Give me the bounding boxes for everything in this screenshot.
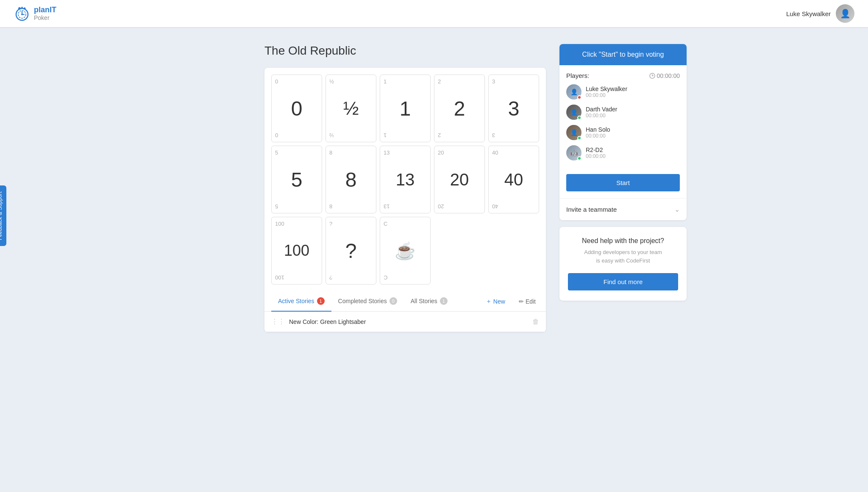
players-section: Players: 00:00:00 👤	[559, 65, 687, 172]
card-13[interactable]: 13 13 13	[380, 146, 431, 213]
player-avatar-han: 👤	[566, 125, 581, 140]
player-info-r2d2: R2-D2 00:00:00	[586, 146, 680, 159]
sidebar: Click "Start" to begin voting Players: 0…	[559, 44, 687, 332]
players-header: Players: 00:00:00	[566, 72, 680, 79]
active-stories-badge: 1	[317, 297, 325, 305]
cards-and-stories-panel: 0 0 0 ½ ½ ½ 1 1 1 2	[264, 68, 546, 332]
user-info: Luke Skywalker 👤	[786, 4, 854, 23]
card-5-value: 5	[275, 156, 318, 203]
new-label: New	[493, 298, 505, 305]
card-0-value: 0	[275, 85, 318, 132]
card-coffee[interactable]: C ☕ C	[380, 217, 431, 285]
card-1[interactable]: 1 1 1	[380, 75, 431, 142]
card-0[interactable]: 0 0 0	[271, 75, 322, 142]
card-20[interactable]: 20 20 20	[434, 146, 485, 213]
card-question[interactable]: ? ? ?	[326, 217, 376, 285]
feedback-tab[interactable]: Feedback & Support	[0, 185, 6, 246]
card-2-value: 2	[438, 85, 481, 132]
card-3-value: 3	[492, 85, 535, 132]
card-8-top: 8	[329, 149, 373, 156]
player-item-vader: 👤 Darth Vader 00:00:00	[566, 105, 680, 120]
card-1-bottom: 1	[384, 132, 427, 138]
completed-stories-badge: 0	[389, 297, 397, 305]
avatar[interactable]: 👤	[836, 4, 854, 23]
logo: planIT Poker	[14, 5, 56, 22]
tab-all-label: All Stories	[411, 298, 437, 304]
card-2-top: 2	[438, 78, 481, 85]
player-info-luke: Luke Skywalker 00:00:00	[586, 86, 680, 98]
card-half-bottom: ½	[329, 132, 373, 138]
player-item-r2d2: 🤖 R2-D2 00:00:00	[566, 145, 680, 160]
player-name-han: Han Solo	[586, 126, 680, 133]
edit-icon: ✏	[519, 298, 524, 305]
logo-name: planIT	[34, 6, 56, 14]
card-2[interactable]: 2 2 2	[434, 75, 485, 142]
tab-all-stories[interactable]: All Stories 1	[404, 291, 454, 312]
card-1-value: 1	[384, 85, 427, 132]
card-3-top: 3	[492, 78, 535, 85]
content-area: The Old Republic 0 0 0 ½ ½ ½	[264, 44, 546, 332]
voting-header: Click "Start" to begin voting	[559, 44, 687, 65]
player-name-r2d2: R2-D2	[586, 146, 680, 153]
card-13-top: 13	[384, 149, 427, 156]
delete-story-button[interactable]: 🗑	[532, 318, 539, 326]
card-5[interactable]: 5 5 5	[271, 146, 322, 213]
plus-icon: ＋	[486, 298, 492, 305]
players-label: Players:	[566, 72, 589, 79]
new-story-button[interactable]: ＋ New	[482, 295, 509, 308]
voting-panel: Click "Start" to begin voting Players: 0…	[559, 44, 687, 220]
card-100-top: 100	[275, 221, 318, 227]
card-40-top: 40	[492, 149, 535, 156]
player-time-han: 00:00:00	[586, 133, 680, 139]
card-100[interactable]: 100 100 100	[271, 217, 322, 285]
card-half[interactable]: ½ ½ ½	[326, 75, 376, 142]
page-title: The Old Republic	[264, 44, 546, 58]
svg-point-7	[24, 8, 26, 10]
user-name-label: Luke Skywalker	[786, 10, 831, 17]
svg-point-4	[21, 14, 23, 15]
card-coffee-top: C	[384, 221, 427, 227]
card-40-bottom: 40	[492, 203, 535, 210]
invite-section[interactable]: Invite a teammate ⌄	[559, 198, 687, 220]
tab-completed-stories[interactable]: Completed Stories 0	[331, 291, 404, 312]
card-question-value: ?	[329, 227, 373, 274]
help-title: Need help with the project?	[568, 237, 678, 245]
player-info-han: Han Solo 00:00:00	[586, 126, 680, 139]
card-100-value: 100	[275, 227, 318, 274]
card-5-bottom: 5	[275, 203, 318, 210]
card-0-top: 0	[275, 78, 318, 85]
timer: 00:00:00	[649, 72, 680, 79]
header: planIT Poker Luke Skywalker 👤	[0, 0, 868, 27]
tabs-actions: ＋ New ✏ Edit	[482, 295, 539, 308]
clock-icon	[649, 73, 655, 79]
edit-label: Edit	[526, 298, 536, 305]
invite-label: Invite a teammate	[566, 206, 617, 213]
chevron-down-icon: ⌄	[674, 205, 680, 213]
cards-row-3: 100 100 100 ? ? ? C ☕ C	[271, 217, 539, 285]
player-item-han: 👤 Han Solo 00:00:00	[566, 125, 680, 140]
tab-completed-label: Completed Stories	[338, 298, 387, 304]
card-half-top: ½	[329, 78, 373, 85]
card-8-bottom: 8	[329, 203, 373, 210]
status-dot-han	[577, 136, 581, 140]
card-question-bottom: ?	[329, 274, 373, 281]
edit-button[interactable]: ✏ Edit	[515, 296, 539, 307]
card-40[interactable]: 40 40 40	[488, 146, 539, 213]
stories-section: Active Stories 1 Completed Stories 0 All…	[264, 291, 546, 332]
card-8-value: 8	[329, 156, 373, 203]
player-item-luke: 👤 Luke Skywalker 00:00:00	[566, 84, 680, 100]
player-time-r2d2: 00:00:00	[586, 153, 680, 159]
logo-text-block: planIT Poker	[34, 6, 56, 21]
story-name: New Color: Green Lightsaber	[289, 318, 532, 325]
main-layout: The Old Republic 0 0 0 ½ ½ ½	[180, 27, 688, 349]
find-out-more-button[interactable]: Find out more	[568, 273, 678, 290]
player-time-luke: 00:00:00	[586, 92, 680, 98]
tab-active-stories[interactable]: Active Stories 1	[271, 291, 331, 312]
card-3[interactable]: 3 3 3	[488, 75, 539, 142]
card-8[interactable]: 8 8 8	[326, 146, 376, 213]
logo-subname: Poker	[34, 14, 56, 21]
card-0-bottom: 0	[275, 132, 318, 138]
start-button[interactable]: Start	[566, 174, 680, 191]
card-2-bottom: 2	[438, 132, 481, 138]
player-info-vader: Darth Vader 00:00:00	[586, 106, 680, 119]
